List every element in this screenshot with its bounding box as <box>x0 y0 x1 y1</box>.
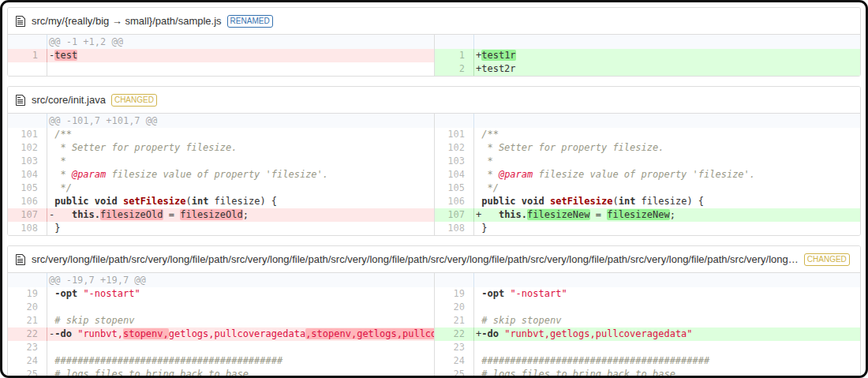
line-number <box>8 35 47 49</box>
line-number[interactable]: 105 <box>435 182 474 195</box>
file-status-badge: CHANGED <box>111 94 157 107</box>
line-number[interactable]: 23 <box>8 341 47 354</box>
diff-line: 20 <box>8 301 434 314</box>
code-cell: @@ -19,7 +19,7 @@ <box>47 273 434 287</box>
file-name: src/core/init.java <box>32 94 106 106</box>
code-token: -do <box>54 328 72 339</box>
hunk-header-row: @@ -1 +1,2 @@ <box>8 35 434 49</box>
code-token: -opt <box>481 288 504 299</box>
code-cell <box>47 62 434 76</box>
line-number[interactable]: 19 <box>435 287 474 301</box>
line-number[interactable]: 21 <box>8 314 47 327</box>
file-header[interactable]: src/core/init.javaCHANGED <box>8 87 860 114</box>
code-cell: public void setFilesize(int filesize) { <box>47 195 434 208</box>
line-number[interactable]: 24 <box>8 354 47 368</box>
code-cell: + this.filesizeNew = filesizeNew; <box>474 208 860 222</box>
line-number[interactable]: 22 <box>8 327 47 341</box>
line-number[interactable]: 24 <box>435 354 474 368</box>
line-number[interactable]: 20 <box>8 301 47 314</box>
line-number[interactable]: 23 <box>435 341 474 354</box>
code-cell <box>474 273 860 287</box>
code-token: -do <box>481 328 499 339</box>
code-cell: -test <box>47 49 434 62</box>
line-number[interactable]: 22 <box>435 327 474 341</box>
code-cell: @@ -101,7 +101,7 @@ <box>47 114 434 128</box>
code-cell <box>47 341 434 354</box>
line-number[interactable]: 1 <box>8 49 47 62</box>
hunk-filler-row <box>435 35 860 49</box>
line-number[interactable]: 2 <box>435 62 474 76</box>
code-cell: # logs files to bring back to base <box>474 368 860 378</box>
code-token: * Setter for property filesize. <box>476 142 664 153</box>
code-token <box>89 196 95 207</box>
line-number[interactable]: 106 <box>435 195 474 208</box>
line-number[interactable]: 25 <box>435 368 474 378</box>
diff-line: 24 #####################################… <box>435 354 860 368</box>
line-number <box>435 114 474 128</box>
code-token: filesizeNew <box>607 209 669 220</box>
code-token: "runbvt,getlogs,pullcoveragedata" <box>504 328 692 339</box>
code-token <box>544 196 550 207</box>
diff-side-right: 19 -opt "-nostart"2021 # skip stopenv22+… <box>434 273 860 378</box>
code-token: int <box>192 196 209 207</box>
line-number[interactable]: 107 <box>435 208 474 222</box>
code-cell: ######################################## <box>47 354 434 368</box>
code-token: ,stopenv,getlogs,pullcoveragedata" <box>305 328 434 339</box>
diff-line: 106 public void setFilesize(int filesize… <box>8 195 434 208</box>
code-cell: } <box>474 222 860 235</box>
line-number[interactable]: 1 <box>435 49 474 62</box>
line-number[interactable]: 104 <box>8 168 47 182</box>
hunk-header-row: @@ -19,7 +19,7 @@ <box>8 273 434 287</box>
code-token: + <box>476 209 499 220</box>
diff-line: 102 * Setter for property filesize. <box>435 141 860 155</box>
code-cell: /** <box>474 128 860 141</box>
diff-line: 101 /** <box>435 128 860 141</box>
line-number[interactable]: 108 <box>435 222 474 235</box>
code-cell <box>47 301 434 314</box>
diff-line: 101 /** <box>8 128 434 141</box>
code-token: filesize) { <box>635 196 704 207</box>
hunk-filler-row <box>435 273 860 287</box>
line-number[interactable]: 101 <box>435 128 474 141</box>
file-panel: src/core/init.javaCHANGED@@ -101,7 +101,… <box>7 86 861 236</box>
code-token: * <box>49 155 66 167</box>
code-token: ; <box>670 209 675 220</box>
code-token: filesize) { <box>208 196 277 207</box>
diff-line: 104 * @param filesize value of property … <box>435 168 860 182</box>
file-name: src/very/long/file/path/src/very/long/fi… <box>32 253 799 265</box>
line-number[interactable]: 20 <box>435 301 474 314</box>
diff-side-right: 101 /**102 * Setter for property filesiz… <box>434 114 860 235</box>
line-number[interactable]: 106 <box>8 195 47 208</box>
code-token: = <box>590 209 608 220</box>
code-token: /** <box>476 129 499 140</box>
code-cell: # skip stopenv <box>474 314 860 327</box>
line-number[interactable]: 25 <box>8 368 47 378</box>
code-cell: /** <box>47 128 434 141</box>
code-cell: +test1r <box>474 49 860 62</box>
line-number[interactable]: 102 <box>435 141 474 155</box>
line-number[interactable]: 103 <box>8 155 47 168</box>
line-number[interactable]: 103 <box>435 155 474 168</box>
line-number[interactable]: 108 <box>8 222 47 235</box>
line-number[interactable]: 102 <box>8 141 47 155</box>
line-number[interactable]: 19 <box>8 287 47 301</box>
line-number[interactable]: 101 <box>8 128 47 141</box>
empty-placeholder-row <box>8 62 434 76</box>
code-token: test <box>54 50 77 61</box>
code-token: # logs files to bring back to base <box>54 369 249 378</box>
code-token: -opt <box>54 288 77 299</box>
code-token: * <box>476 155 493 167</box>
line-number[interactable]: 104 <box>435 168 474 182</box>
line-number[interactable]: 107 <box>8 208 47 222</box>
code-token: * <box>49 169 72 180</box>
code-token: @@ -1 +1,2 @@ <box>49 36 123 47</box>
file-panel: src/very/long/file/path/src/very/long/fi… <box>7 245 861 378</box>
line-number[interactable]: 21 <box>435 314 474 327</box>
diff-line: 1+test1r <box>435 49 860 62</box>
file-header[interactable]: src/very/long/file/path/src/very/long/fi… <box>8 246 860 273</box>
code-token: setFilesize <box>123 196 185 207</box>
code-token: ( <box>612 196 618 207</box>
file-header[interactable]: src/my/{really/big → small}/path/sample.… <box>8 8 860 35</box>
line-number[interactable]: 105 <box>8 182 47 195</box>
code-token: # skip stopenv <box>481 315 561 326</box>
